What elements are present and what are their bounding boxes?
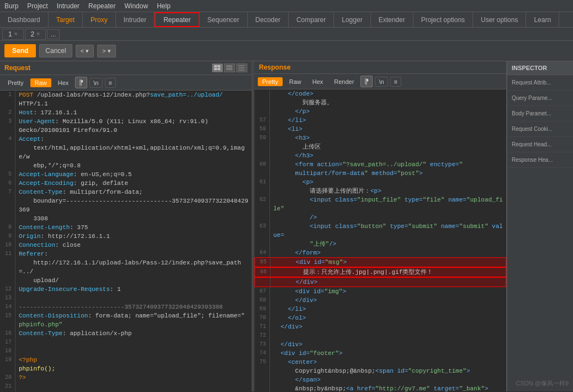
sub-tab-1[interactable]: 1 × bbox=[2, 29, 24, 40]
req-btn-format[interactable]: ⁋ bbox=[75, 77, 87, 88]
tab-learn[interactable]: Learn bbox=[526, 12, 559, 27]
inspector-item-body-params[interactable]: Body Paramet... bbox=[507, 106, 573, 121]
req-btn-list[interactable]: ≡ bbox=[105, 78, 116, 88]
resp-line-57: 57 </li> bbox=[254, 116, 506, 125]
req-line-6: 6 Accept-Encoding: gzip, deflate bbox=[0, 179, 252, 188]
resp-line-60b: multipart/form-data" method="post"> bbox=[254, 169, 506, 178]
resp-line-69: 69 </li> bbox=[254, 305, 506, 314]
nav-fwd-button[interactable]: > ▾ bbox=[97, 45, 115, 57]
tab-dashboard[interactable]: Dashboard bbox=[0, 12, 49, 27]
request-panel: Request Pretty Raw Hex ⁋ \n ≡ bbox=[0, 61, 252, 391]
close-tab-2[interactable]: × bbox=[36, 31, 40, 37]
svg-rect-3 bbox=[217, 68, 220, 70]
req-line-3b: Gecko/20100101 Firefox/91.0 bbox=[0, 126, 252, 135]
req-line-19b: phpinfo(); bbox=[0, 364, 252, 373]
svg-rect-6 bbox=[238, 65, 245, 66]
req-tab-hex[interactable]: Hex bbox=[54, 78, 73, 87]
inspector-panel: INSPECTOR Request Attrib... Query Parame… bbox=[507, 61, 573, 391]
req-line-4: 4 Accept: bbox=[0, 135, 252, 144]
resp-tab-pretty[interactable]: Pretty bbox=[258, 77, 283, 86]
resp-line-70: 70 </ol> bbox=[254, 314, 506, 322]
req-line-3: 3 User-Agent: Mozilla/5.0 (X11; Linux x8… bbox=[0, 117, 252, 126]
cancel-button[interactable]: Cancel bbox=[39, 44, 72, 57]
resp-line-75d: &nbsp;by&nbsp;<a href="http://gv7.me" ta… bbox=[254, 384, 506, 391]
tab-comparer[interactable]: Comparer bbox=[289, 12, 334, 27]
inspector-item-request-cookies[interactable]: Request Cooki... bbox=[507, 121, 573, 137]
more-tabs[interactable]: ... bbox=[47, 29, 60, 39]
menu-project[interactable]: Project bbox=[23, 1, 52, 11]
req-btn-newline[interactable]: \n bbox=[89, 78, 102, 88]
resp-btn-format[interactable]: ⁋ bbox=[360, 76, 373, 87]
resp-line-72: 72 bbox=[254, 331, 506, 340]
resp-line-63: 63 <input class="button" type="submit" n… bbox=[254, 222, 506, 240]
sub-tab-2[interactable]: 2 × bbox=[25, 29, 46, 40]
view-btn-2[interactable] bbox=[224, 63, 235, 72]
resp-tab-render[interactable]: Render bbox=[330, 77, 358, 86]
resp-line-63b: "上传"/> bbox=[254, 240, 506, 248]
tab-project-options[interactable]: Project options bbox=[413, 12, 473, 27]
response-code-area[interactable]: </code> 到服务器。 </p> 57 </li> 58 <li> bbox=[254, 89, 506, 391]
req-tab-pretty[interactable]: Pretty bbox=[3, 78, 28, 87]
inspector-title: INSPECTOR bbox=[507, 61, 573, 75]
menu-window[interactable]: Window bbox=[120, 1, 152, 11]
close-tab-1[interactable]: × bbox=[14, 31, 18, 37]
resp-tab-hex[interactable]: Hex bbox=[308, 77, 328, 86]
inspector-item-request-headers[interactable]: Request Head... bbox=[507, 137, 573, 152]
req-line-15: 15 Content-Disposition: form-data; name=… bbox=[0, 311, 252, 320]
menu-repeater[interactable]: Repeater bbox=[84, 1, 120, 11]
req-tab-raw[interactable]: Raw bbox=[30, 78, 51, 87]
resp-line-66b: </div> bbox=[254, 277, 506, 287]
menu-help[interactable]: Help bbox=[152, 1, 175, 11]
tab-sequencer[interactable]: Sequencer bbox=[200, 12, 248, 27]
resp-tab-raw[interactable]: Raw bbox=[285, 77, 306, 86]
req-line-10: 10 Connection: close bbox=[0, 241, 252, 250]
resp-line-64: 64 </form> bbox=[254, 248, 506, 257]
tab-repeater[interactable]: Repeater bbox=[155, 12, 199, 27]
send-button[interactable]: Send bbox=[4, 44, 36, 57]
tab-user-options[interactable]: User options bbox=[473, 12, 526, 27]
req-line-4b: text/html,application/xhtml+xml,applicat… bbox=[0, 144, 252, 161]
request-code-area[interactable]: 1 POST /upload-labs/Pass-12/index.php?sa… bbox=[0, 91, 252, 391]
svg-rect-8 bbox=[238, 70, 245, 71]
req-line-14: 14 -----------------------------35732740… bbox=[0, 303, 252, 311]
request-panel-title: Request bbox=[0, 61, 252, 75]
resp-btn-newline[interactable]: \n bbox=[375, 77, 388, 87]
req-line-12: 12 Upgrade-Insecure-Requests: 1 bbox=[0, 285, 252, 294]
view-btn-3[interactable] bbox=[236, 63, 247, 72]
resp-line-75c: </span> bbox=[254, 375, 506, 384]
tab-decoder[interactable]: Decoder bbox=[248, 12, 289, 27]
nav-back-button[interactable]: < ▾ bbox=[76, 45, 94, 57]
menu-burp[interactable]: Burp bbox=[0, 1, 23, 11]
tab-proxy[interactable]: Proxy bbox=[83, 12, 116, 27]
req-line-2: 2 Host: 172.16.1.1 bbox=[0, 108, 252, 117]
req-line-21: 21 bbox=[0, 382, 252, 391]
inspector-item-response-headers[interactable]: Response Hea... bbox=[507, 152, 573, 168]
resp-line-71: 71 </div> bbox=[254, 322, 506, 331]
inspector-item-request-attrib[interactable]: Request Attrib... bbox=[507, 75, 573, 91]
tab-target[interactable]: Target bbox=[49, 12, 83, 27]
req-line-4c: ebp,*/*;q=0.8 bbox=[0, 161, 252, 170]
svg-rect-4 bbox=[226, 65, 232, 67]
sub-tab-bar: 1 × 2 × ... bbox=[0, 28, 573, 41]
req-line-11c: upload/ bbox=[0, 276, 252, 285]
req-line-1: 1 POST /upload-labs/Pass-12/index.php?sa… bbox=[0, 91, 252, 99]
view-btn-1[interactable] bbox=[212, 63, 223, 72]
resp-btn-list[interactable]: ≡ bbox=[390, 77, 401, 87]
svg-rect-2 bbox=[214, 68, 217, 70]
resp-line-61: 61 <p> bbox=[254, 178, 506, 187]
resp-line-58: 58 <li> bbox=[254, 125, 506, 134]
resp-line-75b: Copyright&nbsp;@&nbsp;<span id="copyrigh… bbox=[254, 367, 506, 375]
watermark: CSDN @像风一样9 bbox=[516, 379, 569, 388]
resp-line-66: 66 提示：只允许上传.jpg|.png|.gif类型文件！ bbox=[254, 267, 506, 277]
req-line-1b: HTTP/1.1 bbox=[0, 99, 252, 108]
inspector-item-query-params[interactable]: Query Parame... bbox=[507, 91, 573, 106]
req-line-18: 18 bbox=[0, 347, 252, 356]
tab-logger[interactable]: Logger bbox=[334, 12, 370, 27]
menu-intruder[interactable]: Intruder bbox=[52, 1, 84, 11]
req-line-5: 5 Accept-Language: en-US,en;q=0.5 bbox=[0, 170, 252, 179]
tab-extender[interactable]: Extender bbox=[371, 12, 413, 27]
resp-line-59b: 上传区 bbox=[254, 142, 506, 151]
resp-line-62: 62 <input class="input_file" type="file"… bbox=[254, 195, 506, 213]
tab-intruder[interactable]: Intruder bbox=[116, 12, 155, 27]
svg-rect-1 bbox=[217, 65, 220, 67]
